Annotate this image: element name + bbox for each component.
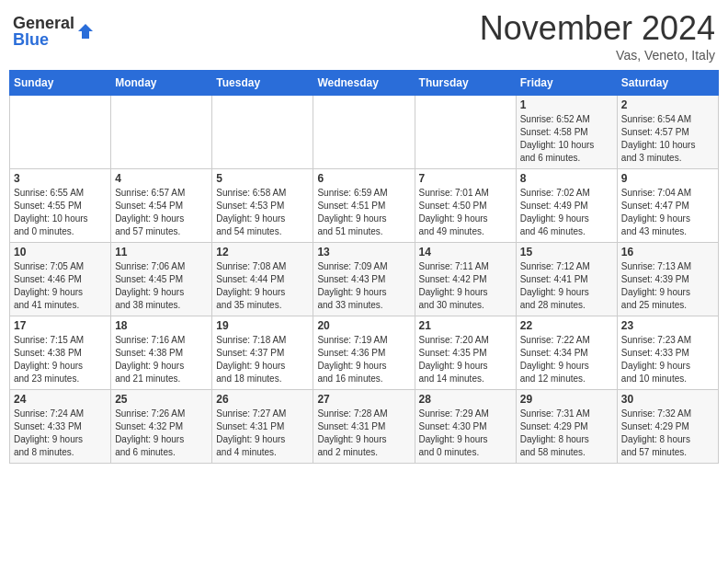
calendar-cell: 14Sunrise: 7:11 AM Sunset: 4:42 PM Dayli… — [415, 243, 516, 316]
calendar-cell: 21Sunrise: 7:20 AM Sunset: 4:35 PM Dayli… — [415, 316, 516, 390]
day-info: Sunrise: 7:09 AM Sunset: 4:43 PM Dayligh… — [317, 260, 410, 312]
day-number: 8 — [520, 172, 613, 185]
day-info: Sunrise: 7:24 AM Sunset: 4:33 PM Dayligh… — [14, 408, 107, 459]
day-info: Sunrise: 7:12 AM Sunset: 4:41 PM Dayligh… — [520, 260, 613, 312]
calendar-cell: 5Sunrise: 6:58 AM Sunset: 4:53 PM Daylig… — [212, 169, 313, 243]
day-info: Sunrise: 7:27 AM Sunset: 4:31 PM Dayligh… — [216, 408, 309, 459]
calendar-cell: 2Sunrise: 6:54 AM Sunset: 4:57 PM Daylig… — [617, 96, 718, 169]
calendar-cell: 27Sunrise: 7:28 AM Sunset: 4:31 PM Dayli… — [313, 390, 415, 464]
day-number: 16 — [621, 246, 714, 259]
calendar-cell: 6Sunrise: 6:59 AM Sunset: 4:51 PM Daylig… — [313, 169, 415, 243]
calendar-cell: 19Sunrise: 7:18 AM Sunset: 4:37 PM Dayli… — [212, 316, 313, 390]
day-info: Sunrise: 6:58 AM Sunset: 4:53 PM Dayligh… — [216, 187, 309, 238]
calendar-cell — [111, 96, 212, 169]
calendar-cell: 3Sunrise: 6:55 AM Sunset: 4:55 PM Daylig… — [10, 169, 111, 243]
calendar-table: SundayMondayTuesdayWednesdayThursdayFrid… — [9, 70, 719, 464]
day-info: Sunrise: 7:02 AM Sunset: 4:49 PM Dayligh… — [520, 187, 613, 238]
day-info: Sunrise: 7:26 AM Sunset: 4:32 PM Dayligh… — [115, 408, 208, 459]
day-info: Sunrise: 6:52 AM Sunset: 4:58 PM Dayligh… — [520, 113, 613, 165]
calendar-header-thursday: Thursday — [415, 71, 516, 96]
calendar-cell: 20Sunrise: 7:19 AM Sunset: 4:36 PM Dayli… — [313, 316, 415, 390]
day-number: 20 — [317, 319, 410, 332]
day-number: 24 — [14, 393, 107, 406]
day-number: 14 — [419, 246, 512, 259]
svg-marker-0 — [78, 24, 93, 39]
day-number: 13 — [317, 246, 410, 259]
day-number: 27 — [317, 393, 410, 406]
calendar-header-saturday: Saturday — [617, 71, 718, 96]
calendar-cell — [313, 96, 415, 169]
logo-general: General — [13, 15, 74, 31]
day-info: Sunrise: 7:04 AM Sunset: 4:47 PM Dayligh… — [621, 187, 714, 238]
calendar-cell: 22Sunrise: 7:22 AM Sunset: 4:34 PM Dayli… — [516, 316, 617, 390]
calendar-cell — [212, 96, 313, 169]
day-number: 6 — [317, 172, 410, 185]
calendar-cell: 16Sunrise: 7:13 AM Sunset: 4:39 PM Dayli… — [617, 243, 718, 316]
day-number: 19 — [216, 319, 309, 332]
day-info: Sunrise: 7:32 AM Sunset: 4:29 PM Dayligh… — [621, 408, 714, 459]
day-info: Sunrise: 7:31 AM Sunset: 4:29 PM Dayligh… — [520, 408, 613, 459]
calendar-cell: 8Sunrise: 7:02 AM Sunset: 4:49 PM Daylig… — [516, 169, 617, 243]
day-info: Sunrise: 7:05 AM Sunset: 4:46 PM Dayligh… — [14, 260, 107, 312]
calendar-header-monday: Monday — [111, 71, 212, 96]
day-number: 2 — [621, 98, 714, 111]
calendar-header-sunday: Sunday — [10, 71, 111, 96]
day-number: 7 — [419, 172, 512, 185]
day-number: 11 — [115, 246, 208, 259]
day-number: 23 — [621, 319, 714, 332]
day-number: 15 — [520, 246, 613, 259]
calendar-header-row: SundayMondayTuesdayWednesdayThursdayFrid… — [10, 71, 719, 96]
calendar-cell: 4Sunrise: 6:57 AM Sunset: 4:54 PM Daylig… — [111, 169, 212, 243]
day-number: 26 — [216, 393, 309, 406]
calendar-cell: 26Sunrise: 7:27 AM Sunset: 4:31 PM Dayli… — [212, 390, 313, 464]
calendar-header-wednesday: Wednesday — [313, 71, 415, 96]
day-number: 10 — [14, 246, 107, 259]
day-number: 4 — [115, 172, 208, 185]
calendar-cell: 18Sunrise: 7:16 AM Sunset: 4:38 PM Dayli… — [111, 316, 212, 390]
page-header: General Blue November 2024 Vas, Veneto, … — [9, 9, 719, 63]
month-title: November 2024 — [480, 9, 715, 48]
calendar-cell: 15Sunrise: 7:12 AM Sunset: 4:41 PM Dayli… — [516, 243, 617, 316]
calendar-cell — [415, 96, 516, 169]
day-info: Sunrise: 7:19 AM Sunset: 4:36 PM Dayligh… — [317, 334, 410, 385]
day-number: 12 — [216, 246, 309, 259]
calendar-cell: 1Sunrise: 6:52 AM Sunset: 4:58 PM Daylig… — [516, 96, 617, 169]
calendar-cell: 7Sunrise: 7:01 AM Sunset: 4:50 PM Daylig… — [415, 169, 516, 243]
day-info: Sunrise: 7:18 AM Sunset: 4:37 PM Dayligh… — [216, 334, 309, 385]
calendar-cell: 30Sunrise: 7:32 AM Sunset: 4:29 PM Dayli… — [617, 390, 718, 464]
day-number: 1 — [520, 98, 613, 111]
calendar-cell: 28Sunrise: 7:29 AM Sunset: 4:30 PM Dayli… — [415, 390, 516, 464]
calendar-week-row: 24Sunrise: 7:24 AM Sunset: 4:33 PM Dayli… — [10, 390, 719, 464]
calendar-cell: 24Sunrise: 7:24 AM Sunset: 4:33 PM Dayli… — [10, 390, 111, 464]
day-info: Sunrise: 7:23 AM Sunset: 4:33 PM Dayligh… — [621, 334, 714, 385]
day-info: Sunrise: 7:15 AM Sunset: 4:38 PM Dayligh… — [14, 334, 107, 385]
calendar-cell: 23Sunrise: 7:23 AM Sunset: 4:33 PM Dayli… — [617, 316, 718, 390]
calendar-cell: 13Sunrise: 7:09 AM Sunset: 4:43 PM Dayli… — [313, 243, 415, 316]
day-number: 30 — [621, 393, 714, 406]
day-number: 29 — [520, 393, 613, 406]
calendar-header-tuesday: Tuesday — [212, 71, 313, 96]
day-info: Sunrise: 6:55 AM Sunset: 4:55 PM Dayligh… — [14, 187, 107, 238]
day-number: 9 — [621, 172, 714, 185]
location: Vas, Veneto, Italy — [480, 48, 715, 63]
day-info: Sunrise: 7:22 AM Sunset: 4:34 PM Dayligh… — [520, 334, 613, 385]
logo-blue: Blue — [13, 31, 74, 48]
calendar-cell: 11Sunrise: 7:06 AM Sunset: 4:45 PM Dayli… — [111, 243, 212, 316]
day-number: 17 — [14, 319, 107, 332]
day-number: 3 — [14, 172, 107, 185]
title-block: November 2024 Vas, Veneto, Italy — [480, 9, 715, 63]
calendar-cell: 9Sunrise: 7:04 AM Sunset: 4:47 PM Daylig… — [617, 169, 718, 243]
day-number: 5 — [216, 172, 309, 185]
calendar-cell: 25Sunrise: 7:26 AM Sunset: 4:32 PM Dayli… — [111, 390, 212, 464]
day-info: Sunrise: 7:16 AM Sunset: 4:38 PM Dayligh… — [115, 334, 208, 385]
day-info: Sunrise: 7:28 AM Sunset: 4:31 PM Dayligh… — [317, 408, 410, 459]
calendar-cell: 12Sunrise: 7:08 AM Sunset: 4:44 PM Dayli… — [212, 243, 313, 316]
logo-icon — [76, 22, 95, 40]
calendar-week-row: 1Sunrise: 6:52 AM Sunset: 4:58 PM Daylig… — [10, 96, 719, 169]
day-info: Sunrise: 7:08 AM Sunset: 4:44 PM Dayligh… — [216, 260, 309, 312]
day-number: 22 — [520, 319, 613, 332]
day-info: Sunrise: 7:13 AM Sunset: 4:39 PM Dayligh… — [621, 260, 714, 312]
day-info: Sunrise: 7:29 AM Sunset: 4:30 PM Dayligh… — [419, 408, 512, 459]
calendar-week-row: 10Sunrise: 7:05 AM Sunset: 4:46 PM Dayli… — [10, 243, 719, 316]
day-number: 25 — [115, 393, 208, 406]
